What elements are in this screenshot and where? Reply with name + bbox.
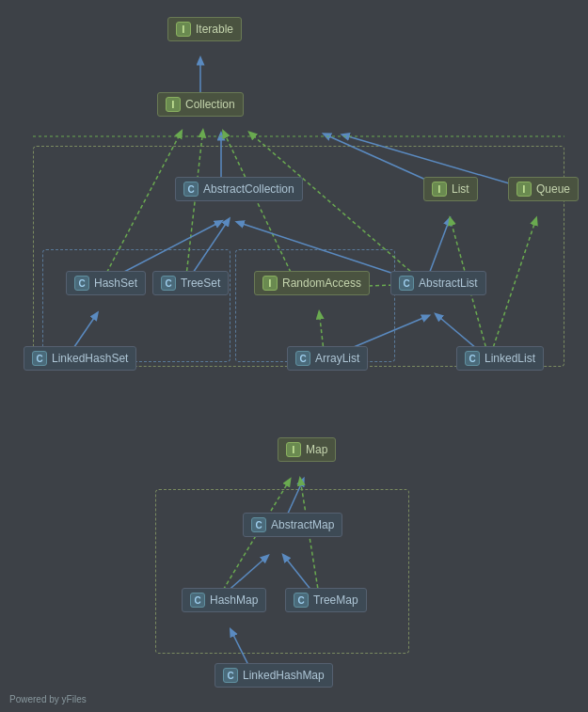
node-randomaccess[interactable]: I RandomAccess (254, 271, 370, 295)
badge-hashmap: C (190, 593, 205, 608)
node-treeset[interactable]: C TreeSet (152, 271, 229, 295)
label-map: Map (306, 443, 327, 456)
label-linkedlist: LinkedList (485, 352, 535, 365)
badge-map: I (286, 442, 301, 457)
badge-abstractlist: C (399, 276, 414, 291)
node-hashset[interactable]: C HashSet (66, 271, 146, 295)
badge-list: I (432, 182, 447, 197)
label-hashset: HashSet (94, 277, 137, 290)
node-abstractcollection[interactable]: C AbstractCollection (175, 177, 303, 201)
label-treeset: TreeSet (181, 277, 220, 290)
badge-hashset: C (74, 276, 89, 291)
node-linkedhashset[interactable]: C LinkedHashSet (24, 346, 136, 371)
label-linkedhashmap: LinkedHashMap (243, 669, 325, 682)
badge-treeset: C (161, 276, 176, 291)
label-arraylist: ArrayList (315, 352, 359, 365)
svg-line-22 (301, 484, 320, 601)
label-abstractcollection: AbstractCollection (203, 182, 294, 196)
svg-line-19 (489, 224, 534, 359)
label-linkedhashset: LinkedHashSet (52, 352, 128, 365)
svg-line-9 (254, 136, 425, 284)
label-abstractmap: AbstractMap (271, 518, 334, 531)
label-treemap: TreeMap (313, 593, 358, 607)
badge-linkedhashset: C (32, 351, 47, 366)
node-map[interactable]: I Map (278, 437, 336, 462)
badge-queue: I (516, 182, 532, 197)
badge-treemap: C (294, 593, 309, 608)
label-queue: Queue (536, 182, 570, 196)
label-collection: Collection (185, 98, 235, 111)
label-abstractlist: AbstractList (419, 277, 478, 290)
node-hashmap[interactable]: C HashMap (182, 588, 266, 612)
node-collection[interactable]: I Collection (157, 92, 244, 117)
label-randomaccess: RandomAccess (282, 277, 361, 290)
node-treemap[interactable]: C TreeMap (285, 588, 367, 612)
badge-linkedhashmap: C (223, 668, 238, 683)
node-linkedhashmap[interactable]: C LinkedHashMap (215, 663, 333, 688)
node-linkedlist[interactable]: C LinkedList (456, 346, 544, 371)
node-abstractmap[interactable]: C AbstractMap (243, 513, 342, 537)
svg-line-8 (226, 136, 296, 284)
badge-abstractmap: C (251, 517, 266, 532)
diagram-container: I Iterable I Collection C AbstractCollec… (0, 0, 588, 712)
node-arraylist[interactable]: C ArrayList (287, 346, 368, 371)
svg-line-21 (216, 484, 287, 601)
node-abstractlist[interactable]: C AbstractList (390, 271, 486, 295)
label-list: List (452, 182, 469, 196)
label-iterable: Iterable (196, 23, 233, 36)
badge-iterable: I (176, 22, 191, 37)
node-list[interactable]: I List (423, 177, 478, 201)
node-iterable[interactable]: I Iterable (167, 17, 242, 41)
badge-linkedlist: C (465, 351, 480, 366)
svg-line-6 (101, 136, 179, 284)
label-hashmap: HashMap (210, 593, 258, 607)
badge-arraylist: C (295, 351, 310, 366)
badge-abstractcollection: C (183, 182, 199, 197)
badge-collection: I (166, 97, 181, 112)
node-queue[interactable]: I Queue (508, 177, 579, 201)
badge-randomaccess: I (262, 276, 278, 291)
